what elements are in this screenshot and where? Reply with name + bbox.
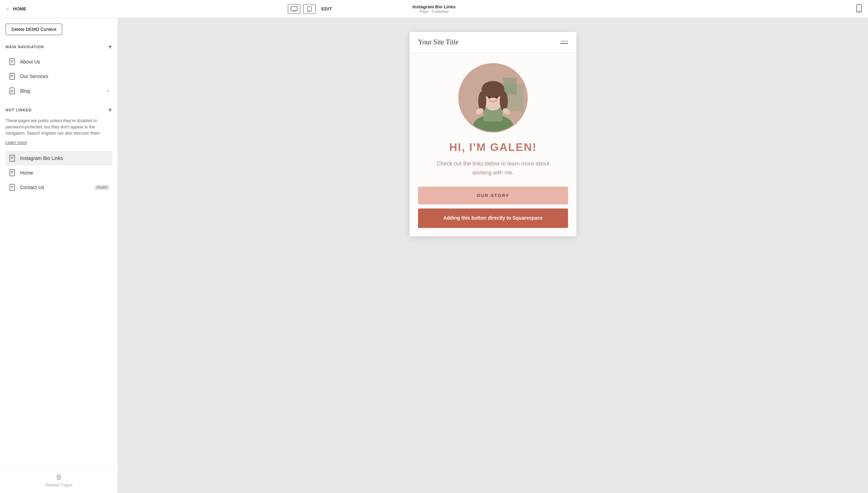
not-linked-description: These pages are public unless they're di… bbox=[6, 118, 112, 136]
learn-more-link[interactable]: Learn more bbox=[6, 140, 27, 145]
blog-icon bbox=[8, 87, 16, 95]
preview-card: Your Site Title bbox=[410, 32, 576, 236]
sidebar-item-home[interactable]: Home bbox=[6, 165, 112, 180]
svg-point-33 bbox=[488, 96, 491, 99]
preview-header: Your Site Title bbox=[410, 32, 576, 53]
main-layout: Delete DEMO Content MAIN NAVIGATION + Ab… bbox=[0, 18, 868, 493]
page-icon bbox=[8, 58, 16, 66]
delete-demo-button[interactable]: Delete DEMO Content bbox=[6, 24, 62, 35]
home-nav[interactable]: ← HOME bbox=[6, 6, 26, 11]
svg-point-31 bbox=[478, 91, 486, 111]
sidebar-item-instagram-bio-links[interactable]: Instagram Bio Links bbox=[6, 151, 112, 165]
about-us-label: About Us bbox=[20, 59, 109, 65]
add-main-nav-button[interactable]: + bbox=[108, 43, 112, 50]
page-status: Page · Published bbox=[412, 9, 456, 14]
greeting-subtitle: Check out the links below to learn more … bbox=[434, 159, 552, 177]
home-label-nav: Home bbox=[20, 170, 109, 176]
add-not-linked-button[interactable]: + bbox=[108, 107, 112, 113]
mobile-view-area bbox=[856, 4, 862, 14]
greeting-title: HI, I'M GALEN! bbox=[449, 141, 537, 154]
sidebar-item-our-services[interactable]: Our Services bbox=[6, 69, 112, 84]
top-bar: ← HOME EDIT Instagram Bio Links Page · P… bbox=[0, 0, 868, 18]
home-page-icon bbox=[8, 169, 16, 177]
svg-rect-0 bbox=[291, 7, 297, 11]
main-nav-label: MAIN NAVIGATION bbox=[6, 45, 44, 49]
blog-label: Blog bbox=[20, 88, 102, 94]
svg-rect-15 bbox=[10, 155, 15, 161]
demo-badge: DEMO bbox=[95, 185, 109, 190]
home-label: HOME bbox=[13, 6, 26, 11]
site-title: Your Site Title bbox=[418, 38, 459, 46]
sidebar-footer: 🗑 Deleted Pages bbox=[0, 467, 118, 493]
svg-rect-10 bbox=[10, 73, 15, 79]
our-services-label: Our Services bbox=[20, 74, 109, 79]
deleted-pages-label: Deleted Pages bbox=[45, 483, 73, 487]
avatar bbox=[458, 63, 528, 133]
sidebar-item-blog[interactable]: Blog > bbox=[6, 84, 112, 98]
svg-rect-7 bbox=[10, 59, 15, 65]
back-arrow-icon: ← bbox=[6, 6, 10, 11]
not-linked-section-header: NOT LINKED + bbox=[6, 107, 112, 113]
hamburger-icon[interactable] bbox=[560, 41, 568, 44]
svg-point-6 bbox=[859, 11, 859, 11]
our-story-button[interactable]: OUR STORY bbox=[418, 187, 568, 204]
desktop-view-button[interactable] bbox=[288, 4, 300, 14]
hamburger-line-2 bbox=[560, 43, 568, 44]
contact-page-icon bbox=[8, 184, 16, 191]
page-icon-3 bbox=[8, 154, 16, 162]
mobile-view-button[interactable] bbox=[856, 4, 862, 14]
contact-us-label: Contact Us bbox=[20, 185, 91, 190]
page-info: Instagram Bio Links Page · Published bbox=[412, 4, 456, 14]
main-nav-section-header: MAIN NAVIGATION + bbox=[6, 43, 112, 50]
svg-point-4 bbox=[309, 10, 310, 11]
page-icon-2 bbox=[8, 73, 16, 80]
svg-point-34 bbox=[495, 96, 498, 99]
trash-icon: 🗑 bbox=[56, 473, 62, 481]
hamburger-line-1 bbox=[560, 41, 568, 42]
edit-button[interactable]: EDIT bbox=[321, 6, 332, 11]
sidebar: Delete DEMO Content MAIN NAVIGATION + Ab… bbox=[0, 18, 118, 493]
svg-rect-21 bbox=[10, 184, 15, 190]
not-linked-label: NOT LINKED bbox=[6, 108, 32, 112]
svg-point-32 bbox=[500, 91, 508, 111]
not-linked-section: NOT LINKED + These pages are public unle… bbox=[6, 107, 112, 195]
adding-button[interactable]: Adding this button directly to Squarespa… bbox=[418, 209, 568, 228]
instagram-bio-links-label: Instagram Bio Links bbox=[20, 155, 109, 161]
blog-arrow-icon: > bbox=[107, 88, 109, 94]
tablet-view-button[interactable] bbox=[303, 4, 316, 14]
sidebar-item-contact-us[interactable]: Contact Us DEMO bbox=[6, 180, 112, 195]
preview-body: HI, I'M GALEN! Check out the links below… bbox=[410, 53, 576, 236]
view-controls: EDIT bbox=[288, 4, 332, 14]
page-title: Instagram Bio Links bbox=[412, 4, 456, 9]
preview-area: Your Site Title bbox=[118, 18, 868, 493]
sidebar-item-about-us[interactable]: About Us bbox=[6, 54, 112, 69]
svg-rect-18 bbox=[10, 170, 15, 176]
